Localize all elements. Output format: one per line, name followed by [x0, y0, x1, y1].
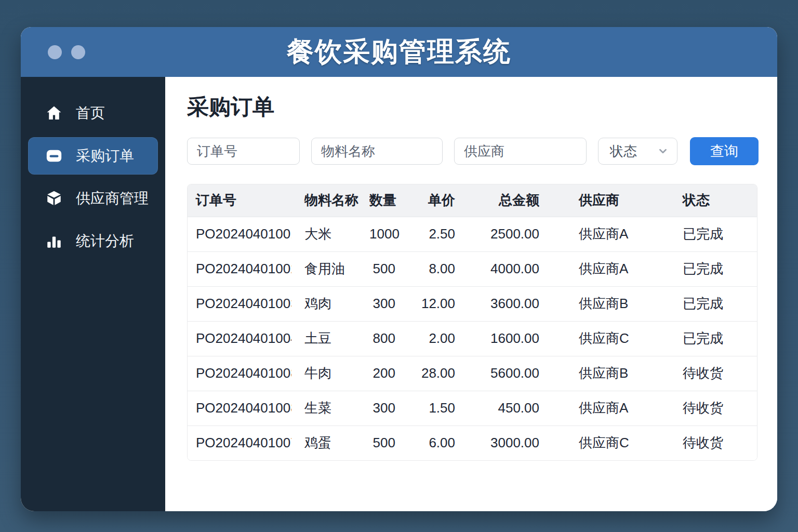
column-header-quantity: 数量	[369, 184, 414, 217]
sidebar-item-purchase-orders[interactable]: 采购订单	[28, 137, 158, 175]
table-row: PO20240401007 鸡蛋 500 6.00 3000.00 供应商C 待…	[188, 425, 757, 460]
app-window: 餐饮采购管理系统 首页 采购订单 供应商管理	[21, 27, 777, 511]
table-row: PO20240401003 鸡肉 300 12.00 3600.00 供应商B …	[188, 286, 757, 321]
filter-bar: 状态 查询	[187, 137, 759, 165]
supplier-input[interactable]	[454, 138, 587, 165]
unit-price-cell: 8.00	[414, 251, 473, 286]
column-header-status: 状态	[660, 184, 757, 217]
order-no-cell: PO20240401007	[188, 425, 291, 460]
order-no-cell: PO20240401008	[188, 391, 291, 425]
table-body: PO20240401001 大米 1000 2.50 2500.00 供应商A …	[188, 217, 757, 460]
total-cell: 450.00	[473, 391, 556, 425]
table-row: PO20240401004 土豆 800 2.00 1600.00 供应商C 已…	[188, 321, 757, 356]
supplier-cell: 供应商A	[556, 391, 660, 425]
item-name-cell: 食用油	[291, 251, 369, 286]
quantity-cell: 200	[369, 356, 414, 391]
sidebar-item-label: 统计分析	[76, 231, 134, 251]
window-controls	[48, 27, 85, 77]
item-name-cell: 牛肉	[291, 356, 369, 391]
quantity-cell: 300	[369, 391, 414, 425]
cube-icon	[45, 189, 63, 208]
bar-chart-icon	[45, 232, 63, 250]
table-row: PO20240401008 牛肉 200 28.00 5600.00 供应商B …	[188, 356, 757, 391]
quantity-cell: 1000	[369, 217, 414, 251]
sidebar: 首页 采购订单 供应商管理 统计分析	[21, 77, 165, 511]
status-cell: 待收货	[660, 425, 757, 460]
quantity-cell: 800	[369, 321, 414, 356]
order-no-cell: PO20240401008	[188, 356, 291, 391]
supplier-cell: 供应商A	[556, 251, 660, 286]
table-row: PO20240401008 生菜 300 1.50 450.00 供应商A 待收…	[188, 391, 757, 425]
unit-price-cell: 1.50	[414, 391, 473, 425]
status-cell: 已完成	[660, 286, 757, 321]
status-cell: 已完成	[660, 251, 757, 286]
app-title: 餐饮采购管理系统	[287, 34, 511, 70]
chevron-down-icon	[657, 145, 669, 157]
unit-price-cell: 12.00	[414, 286, 473, 321]
order-no-cell: PO20240401001	[188, 217, 291, 251]
supplier-cell: 供应商C	[556, 321, 660, 356]
column-header-item-name: 物料名称	[291, 184, 369, 217]
total-cell: 3600.00	[473, 286, 556, 321]
unit-price-cell: 6.00	[414, 425, 473, 460]
column-header-unit-price: 单价	[414, 184, 473, 217]
orders-table: 订单号 物料名称 数量 单价 总金额 供应商 状态 PO20240401001	[188, 184, 757, 460]
supplier-cell: 供应商C	[556, 425, 660, 460]
sidebar-item-label: 供应商管理	[76, 189, 149, 208]
supplier-cell: 供应商A	[556, 217, 660, 251]
sidebar-item-home[interactable]: 首页	[28, 95, 158, 132]
window-dot-icon[interactable]	[48, 45, 62, 59]
sidebar-item-supplier-management[interactable]: 供应商管理	[28, 180, 158, 217]
supplier-cell: 供应商B	[556, 286, 660, 321]
home-icon	[45, 104, 63, 123]
unit-price-cell: 28.00	[414, 356, 473, 391]
item-name-cell: 鸡肉	[291, 286, 369, 321]
status-cell: 待收货	[660, 356, 757, 391]
column-header-supplier: 供应商	[556, 184, 660, 217]
main-content: 采购订单 状态 查询 订单号	[165, 77, 777, 511]
item-name-cell: 大米	[291, 217, 369, 251]
order-no-cell: PO20240401002	[188, 251, 291, 286]
column-header-order-no: 订单号	[188, 184, 291, 217]
query-button[interactable]: 查询	[690, 137, 759, 165]
sidebar-item-label: 首页	[76, 103, 105, 123]
status-cell: 待收货	[660, 391, 757, 425]
table-header: 订单号 物料名称 数量 单价 总金额 供应商 状态	[188, 184, 757, 217]
table-header-row: 订单号 物料名称 数量 单价 总金额 供应商 状态	[188, 184, 757, 217]
unit-price-cell: 2.00	[414, 321, 473, 356]
window-dot-icon[interactable]	[71, 45, 85, 59]
order-no-input[interactable]	[187, 138, 300, 165]
unit-price-cell: 2.50	[414, 217, 473, 251]
sidebar-item-label: 采购订单	[76, 146, 134, 166]
table-row: PO20240401001 大米 1000 2.50 2500.00 供应商A …	[188, 217, 757, 251]
orders-table-container: 订单号 物料名称 数量 单价 总金额 供应商 状态 PO20240401001	[187, 184, 757, 461]
status-select-label: 状态	[610, 142, 637, 161]
quantity-cell: 500	[369, 251, 414, 286]
total-cell: 4000.00	[473, 251, 556, 286]
total-cell: 5600.00	[473, 356, 556, 391]
item-name-input[interactable]	[311, 138, 443, 165]
window-body: 首页 采购订单 供应商管理 统计分析 采购订单	[21, 77, 777, 511]
item-name-cell: 生菜	[291, 391, 369, 425]
total-cell: 3000.00	[473, 425, 556, 460]
order-list-icon	[45, 147, 63, 165]
item-name-cell: 土豆	[291, 321, 369, 356]
order-no-cell: PO20240401004	[188, 321, 291, 356]
page-title: 采购订单	[187, 92, 759, 122]
status-cell: 已完成	[660, 321, 757, 356]
supplier-cell: 供应商B	[556, 356, 660, 391]
title-bar: 餐饮采购管理系统	[21, 27, 777, 77]
quantity-cell: 500	[369, 425, 414, 460]
column-header-total: 总金额	[473, 184, 556, 217]
total-cell: 2500.00	[473, 217, 556, 251]
status-select[interactable]: 状态	[598, 138, 677, 165]
total-cell: 1600.00	[473, 321, 556, 356]
table-row: PO20240401002 食用油 500 8.00 4000.00 供应商A …	[188, 251, 757, 286]
quantity-cell: 300	[369, 286, 414, 321]
order-no-cell: PO20240401003	[188, 286, 291, 321]
sidebar-item-statistics[interactable]: 统计分析	[28, 222, 158, 260]
status-cell: 已完成	[660, 217, 757, 251]
item-name-cell: 鸡蛋	[291, 425, 369, 460]
